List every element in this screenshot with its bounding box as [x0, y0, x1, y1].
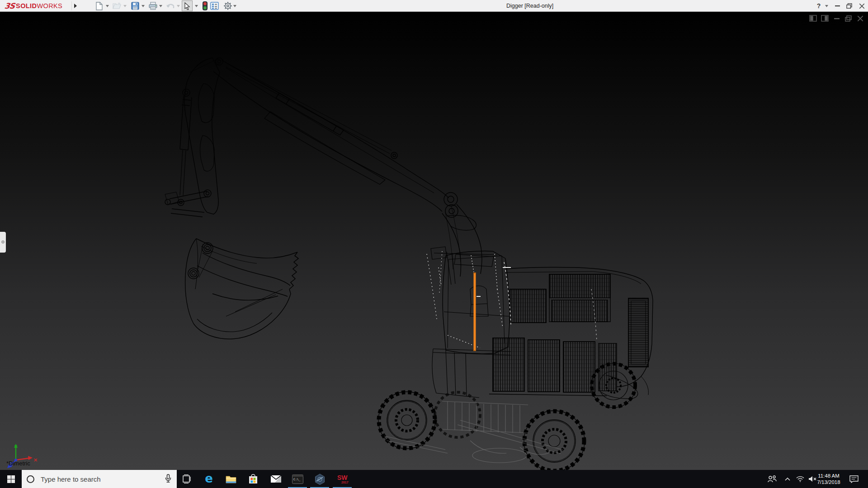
minimize-button[interactable] [832, 0, 843, 12]
options-gear-button[interactable] [222, 0, 233, 11]
wifi-tray-icon[interactable] [794, 470, 806, 488]
taskbar-search-input[interactable]: Type here to search [22, 470, 177, 488]
command-prompt-icon[interactable]: C:\_ [287, 470, 308, 488]
solidworks-logo: 3S SOLIDWORKS [5, 0, 62, 12]
bucket-group [185, 239, 298, 339]
select-tool-button[interactable] [182, 0, 193, 11]
logo-text-solid: SOLID [16, 2, 37, 9]
svg-text:C:\_: C:\_ [293, 478, 301, 481]
menu-flyout-arrow-icon[interactable] [71, 1, 79, 10]
title-bar: 3S SOLIDWORKS [0, 0, 868, 12]
selected-edge-group[interactable] [473, 273, 476, 351]
svg-text:e: e [205, 473, 213, 485]
hex-app-icon[interactable] [309, 470, 330, 488]
restore-button[interactable] [844, 0, 854, 12]
store-icon[interactable] [242, 470, 264, 488]
people-tray-icon[interactable] [766, 470, 778, 488]
window-title: Digger [Read-only] [506, 0, 553, 12]
close-button[interactable] [856, 0, 867, 12]
tray-clock[interactable]: 11:48 AM 7/13/2018 [813, 470, 844, 488]
print-button[interactable] [147, 0, 158, 11]
action-center-icon[interactable] [847, 470, 861, 488]
logo-text-works: WORKS [37, 2, 62, 9]
pane-left-icon[interactable] [809, 14, 817, 22]
digger-wireframe-model[interactable] [0, 12, 868, 470]
tray-chevron-up-icon[interactable] [782, 470, 793, 488]
solidworks-taskbar-icon[interactable]: SW 2017 [331, 470, 353, 488]
save-button[interactable] [130, 0, 141, 11]
microphone-icon[interactable] [165, 474, 171, 484]
tray-time: 11:48 AM [818, 473, 840, 479]
select-tool-dropdown[interactable] [194, 0, 199, 11]
panel-expand-dot-icon [1, 240, 5, 244]
start-button[interactable] [0, 470, 22, 488]
graphics-viewport[interactable]: *Dimetric [0, 12, 868, 470]
print-dropdown[interactable] [158, 0, 163, 11]
options-dropdown[interactable] [232, 0, 237, 11]
new-document-button[interactable] [94, 0, 104, 11]
open-button[interactable] [112, 0, 123, 11]
new-document-dropdown[interactable] [105, 0, 110, 11]
file-explorer-icon[interactable] [220, 470, 242, 488]
undo-button[interactable] [165, 0, 176, 11]
open-dropdown[interactable] [123, 0, 127, 11]
properties-button[interactable] [209, 0, 220, 11]
help-button[interactable]: ? [814, 0, 824, 12]
edge-browser-icon[interactable]: e [198, 470, 220, 488]
document-window-controls [809, 14, 864, 22]
task-view-button[interactable] [176, 470, 198, 488]
solidworks-logo-mark-icon: 3S [4, 1, 15, 10]
feature-panel-collapsed-tab[interactable] [0, 232, 6, 253]
help-dropdown[interactable] [824, 0, 829, 12]
child-restore-icon[interactable] [844, 14, 853, 22]
child-close-icon[interactable] [856, 14, 864, 22]
taskbar: Type here to search e C:\_ SW 2017 [0, 470, 868, 488]
tray-date: 7/13/2018 [817, 479, 840, 485]
child-minimize-icon[interactable] [832, 14, 841, 22]
body-group [431, 247, 653, 399]
undo-dropdown[interactable] [176, 0, 181, 11]
save-dropdown[interactable] [141, 0, 146, 11]
cortana-icon [27, 475, 34, 483]
search-placeholder: Type here to search [41, 475, 165, 483]
svg-text:SW: SW [337, 474, 348, 481]
mail-icon[interactable] [265, 470, 287, 488]
svg-text:2017: 2017 [341, 481, 349, 484]
view-orientation-label: *Dimetric [6, 460, 30, 467]
pane-right-icon[interactable] [821, 14, 829, 22]
